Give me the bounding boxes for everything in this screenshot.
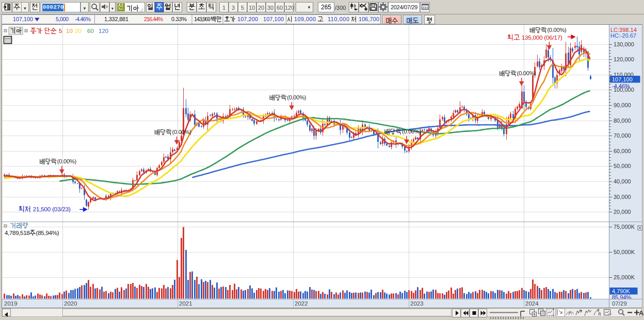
svg-text:A: A <box>639 309 644 317</box>
